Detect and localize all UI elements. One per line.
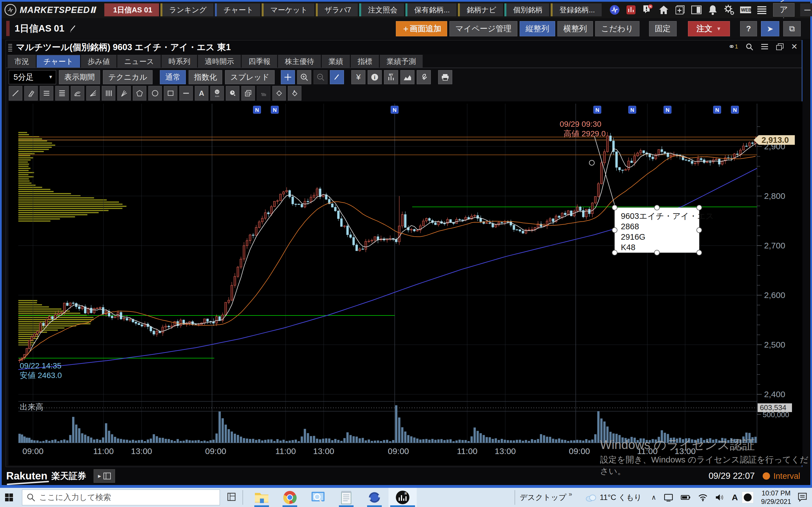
crosshair-icon[interactable]: [281, 70, 295, 84]
drag-grip-icon[interactable]: [8, 43, 12, 52]
h-segment-button[interactable]: [179, 86, 193, 101]
web-icon[interactable]: WEB: [740, 4, 751, 15]
ws-button-4[interactable]: 固定: [649, 21, 677, 36]
desktop-more-chevron[interactable]: »: [569, 491, 572, 498]
cast-icon[interactable]: [664, 493, 673, 502]
top-tab-6[interactable]: 保有銘柄...: [405, 3, 456, 16]
notepad-icon[interactable]: [332, 488, 360, 507]
window-tab-4[interactable]: 時系列: [161, 55, 197, 68]
battery-icon[interactable]: [680, 494, 691, 501]
sync-sphere-icon[interactable]: [360, 488, 389, 507]
icon-stamp-button[interactable]: icon: [210, 86, 224, 101]
multitool-titlebar[interactable]: マルチツール(個別銘柄) 9603 エイチ・アイ・エス 東1 ⚭1 ✕: [6, 40, 802, 54]
help-button[interactable]: ?: [740, 21, 757, 36]
top-tab-3[interactable]: マーケット: [262, 3, 314, 16]
my-chart-icon[interactable]: MY: [384, 70, 398, 84]
top-tab-0[interactable]: 1日信AS 01: [104, 3, 159, 16]
ime-mode-icon[interactable]: [742, 492, 754, 503]
support-cursor-button[interactable]: ➤: [761, 21, 779, 36]
chrome-icon[interactable]: [276, 488, 304, 507]
window-close-icon[interactable]: ✕: [791, 42, 798, 51]
top-tab-5[interactable]: 注文照会: [359, 3, 404, 16]
spread-mode-button[interactable]: スプレッド: [225, 70, 274, 84]
fibonacci-arc-button[interactable]: [71, 86, 84, 101]
weather-widget[interactable]: 11°C くもり: [585, 492, 642, 503]
hatched-pencil-button[interactable]: [24, 86, 38, 101]
zoom-in-icon[interactable]: [297, 70, 311, 84]
pulse-icon[interactable]: [609, 4, 620, 15]
taskbar-search-input[interactable]: ここに入力して検索: [22, 490, 220, 505]
bell-icon[interactable]: [707, 4, 718, 15]
eraser-text-button[interactable]: A: [288, 86, 301, 101]
taskbar-clock[interactable]: 10:07 PM 9/29/2021: [761, 489, 791, 506]
wifi-icon[interactable]: [698, 494, 708, 501]
ws-button-3[interactable]: こだわり: [595, 21, 640, 36]
marketspeed-icon[interactable]: R: [389, 488, 417, 507]
top-tab-2[interactable]: チャート: [215, 3, 260, 16]
hand-tool-button[interactable]: [257, 86, 270, 101]
logout-button[interactable]: ログアウト: [773, 3, 795, 17]
window-menu-icon[interactable]: [761, 43, 769, 50]
text-note-button[interactable]: A: [195, 86, 208, 101]
pencil-icon[interactable]: [330, 70, 344, 84]
screen-magnifier-icon[interactable]: [304, 488, 332, 507]
start-button[interactable]: [0, 488, 18, 507]
normal-mode-button[interactable]: 通常: [160, 70, 186, 84]
rectangle-button[interactable]: [164, 86, 177, 101]
window-tab-7[interactable]: 株主優待: [278, 55, 321, 68]
top-tab-4[interactable]: ザラバ7: [316, 3, 358, 16]
menu-icon[interactable]: [756, 4, 767, 15]
top-tab-8[interactable]: 個別銘柄: [504, 3, 549, 16]
symbol-search-icon[interactable]: [746, 43, 753, 51]
link-group-icon[interactable]: ⚭1: [728, 42, 738, 51]
chart-app-icon[interactable]: [625, 4, 637, 15]
ws-button-2[interactable]: 横整列: [557, 21, 593, 36]
window-tab-1[interactable]: チャート: [37, 55, 80, 68]
gear-icon[interactable]: [723, 4, 735, 15]
popout-window-icon[interactable]: [776, 43, 784, 50]
order-button[interactable]: 注文▼: [688, 21, 730, 36]
window-tab-3[interactable]: ニュース: [117, 55, 161, 68]
cascade-button[interactable]: ⧉: [783, 21, 801, 36]
h-lines-3-button[interactable]: [40, 86, 53, 101]
top-tab-1[interactable]: ランキング: [160, 3, 213, 16]
window-tab-8[interactable]: 業績: [322, 55, 350, 68]
window-tab-2[interactable]: 歩み値: [81, 55, 117, 68]
copy-object-button[interactable]: [241, 86, 255, 101]
period-select[interactable]: 5分足▼: [9, 70, 56, 84]
indexed-mode-button[interactable]: 指数化: [189, 70, 222, 84]
ime-a-icon[interactable]: A: [732, 493, 738, 502]
technical-button[interactable]: テクニカル: [103, 70, 153, 84]
area-chart-icon[interactable]: [400, 70, 414, 84]
candlestick-chart[interactable]: NNNNNNNN09/29 09:30高値 2929.009/22 14:35安…: [8, 101, 802, 465]
add-screen-button[interactable]: ＋画面追加: [396, 21, 447, 36]
task-view-button[interactable]: [227, 492, 236, 503]
fan-lines-button[interactable]: [86, 86, 100, 101]
window-tab-9[interactable]: 指標: [351, 55, 379, 68]
notification-center-icon[interactable]: [797, 492, 808, 503]
add-window-icon[interactable]: [674, 4, 686, 15]
edit-pencil-icon[interactable]: [69, 24, 77, 33]
ws-button-0[interactable]: マイページ管理: [449, 21, 517, 36]
wrench-icon[interactable]: [417, 70, 431, 84]
time-cycle-button[interactable]: [226, 86, 239, 101]
ws-button-1[interactable]: 縦整列: [520, 21, 555, 36]
printer-icon[interactable]: [438, 70, 452, 84]
minimize-button[interactable]: ─: [800, 3, 812, 16]
yen-icon[interactable]: ¥: [351, 70, 365, 84]
panel-icon[interactable]: [691, 4, 702, 15]
display-period-button[interactable]: 表示期間: [59, 70, 100, 84]
desktop-toolbar-label[interactable]: デスクトップ: [520, 492, 566, 503]
info-icon[interactable]: i: [368, 70, 382, 84]
news-alert-icon[interactable]: N: [642, 4, 653, 15]
ellipse-button[interactable]: [148, 86, 162, 101]
eraser-button[interactable]: [272, 86, 286, 101]
tray-expand-chevron[interactable]: ∧: [651, 494, 656, 501]
zoom-out-icon[interactable]: [313, 70, 327, 84]
pitchfork-button[interactable]: [117, 86, 131, 101]
window-tab-0[interactable]: 市況: [8, 55, 36, 68]
h-lines-4-button[interactable]: [55, 86, 69, 101]
top-tab-9[interactable]: 登録銘柄...: [551, 3, 602, 16]
file-explorer-icon[interactable]: [248, 488, 276, 507]
window-tab-10[interactable]: 業績予測: [380, 55, 423, 68]
